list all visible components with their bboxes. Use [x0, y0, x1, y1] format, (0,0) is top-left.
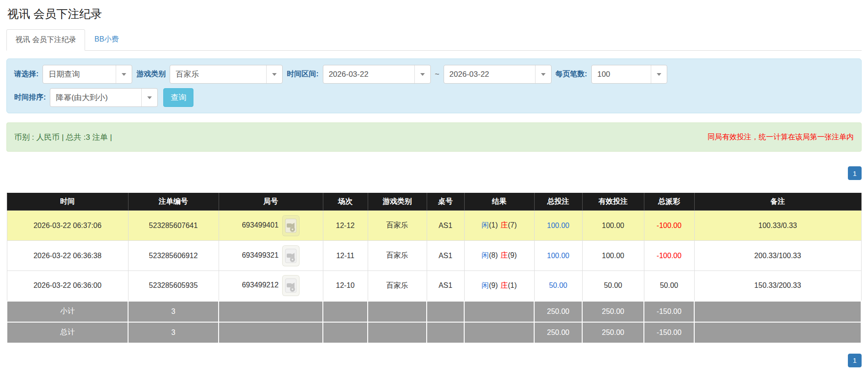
subtotal-note	[694, 301, 861, 322]
cell-valid-bet: 100.00	[582, 241, 644, 271]
cell-result: 闲(9)庄(1)	[464, 271, 534, 301]
search-button[interactable]: 查询	[163, 88, 193, 107]
game-type-label: 游戏类别	[136, 69, 166, 79]
query-type-label: 请选择:	[14, 69, 38, 79]
cell-table-no: AS1	[427, 211, 464, 241]
round-id-text: 693499212	[242, 281, 279, 289]
filter-row-1: 请选择: 日期查询 游戏类别 百家乐 时间区间: 2026-03-22 ~ 20…	[14, 65, 854, 84]
cell-time: 2026-03-22 06:36:38	[7, 241, 128, 271]
video-replay-icon[interactable]	[282, 245, 300, 266]
result-banker-count: (1)	[508, 281, 517, 289]
cell-result: 闲(8)庄(9)	[464, 241, 534, 271]
cell-total-bet[interactable]: 100.00	[534, 211, 582, 241]
subtotal-label: 小计	[7, 301, 128, 322]
cell-session: 12-11	[323, 241, 368, 271]
chevron-down-icon	[651, 65, 667, 83]
grand-total-payout: -150.00	[644, 322, 694, 343]
grand-total-valid-bet: 250.00	[582, 322, 644, 343]
chevron-down-icon	[141, 89, 157, 106]
filter-panel: 请选择: 日期查询 游戏类别 百家乐 时间区间: 2026-03-22 ~ 20…	[6, 58, 862, 113]
result-player-label: 闲	[482, 221, 489, 229]
grand-total-total-bet: 250.00	[534, 322, 582, 343]
cell-bet-id: 523285606912	[128, 241, 219, 271]
col-header-note: 备注	[694, 193, 861, 211]
col-header-round-id: 局号	[219, 193, 323, 211]
cell-table-no: AS1	[427, 271, 464, 301]
result-player-label: 闲	[482, 251, 489, 259]
cell-valid-bet: 100.00	[582, 211, 644, 241]
cell-total-bet[interactable]: 100.00	[534, 241, 582, 271]
result-banker-label: 庄	[501, 221, 508, 229]
subtotal-session	[323, 301, 368, 322]
page-size-select[interactable]: 100	[591, 65, 667, 84]
date-to-value: 2026-03-22	[444, 65, 535, 83]
subtotal-total-bet: 250.00	[534, 301, 582, 322]
chevron-down-icon	[535, 65, 551, 83]
round-id-text: 693499321	[242, 251, 279, 259]
cell-time: 2026-03-22 06:37:06	[7, 211, 128, 241]
cell-total-bet[interactable]: 50.00	[534, 271, 582, 301]
time-range-label: 时间区间:	[287, 69, 318, 79]
cell-round-id: 693499212	[219, 271, 323, 301]
grand-total-round	[219, 322, 323, 343]
col-header-table-no: 桌号	[427, 193, 464, 211]
col-header-game-type: 游戏类别	[368, 193, 427, 211]
filter-row-2: 时间排序: 降幂(由大到小) 查询	[14, 88, 854, 107]
date-to-select[interactable]: 2026-03-22	[444, 65, 552, 84]
subtotal-payout: -150.00	[644, 301, 694, 322]
col-header-bet-id: 注单编号	[128, 193, 219, 211]
cell-time: 2026-03-22 06:36:00	[7, 271, 128, 301]
grand-total-label: 总计	[7, 322, 128, 343]
date-range-separator: ~	[435, 70, 439, 79]
date-from-value: 2026-03-22	[323, 65, 414, 83]
col-header-session: 场次	[323, 193, 368, 211]
grand-total-result	[464, 322, 534, 343]
query-type-value: 日期查询	[43, 65, 116, 83]
chevron-down-icon	[116, 65, 132, 83]
tab-video-bet-records[interactable]: 视讯 会员下注纪录	[6, 29, 85, 51]
cell-game-type: 百家乐	[368, 241, 427, 271]
query-type-select[interactable]: 日期查询	[43, 65, 132, 84]
page-1-button[interactable]: 1	[848, 166, 862, 180]
bet-records-table: 时间 注单编号 局号 场次 游戏类别 桌号 结果 总投注 有效投注 总派彩 备注…	[6, 193, 862, 344]
game-type-select[interactable]: 百家乐	[170, 65, 283, 84]
subtotal-game-type	[368, 301, 427, 322]
page-size-label: 每页笔数:	[556, 69, 587, 79]
date-from-select[interactable]: 2026-03-22	[323, 65, 431, 84]
grand-total-session	[323, 322, 368, 343]
col-header-time: 时间	[7, 193, 128, 211]
subtotal-table-no	[427, 301, 464, 322]
tab-bar: 视讯 会员下注纪录 BB小费	[6, 29, 862, 51]
grand-total-table-no	[427, 322, 464, 343]
subtotal-row: 小计 3 250.00 250.00 -150.00	[7, 301, 861, 322]
chevron-down-icon	[266, 65, 282, 83]
result-banker-label: 庄	[501, 281, 508, 289]
result-player-count: (9)	[489, 281, 498, 289]
time-sort-label: 时间排序:	[14, 93, 46, 102]
cell-payout: -100.00	[644, 241, 694, 271]
cell-round-id: 693499401	[219, 211, 323, 241]
result-player-label: 闲	[482, 281, 489, 289]
chevron-down-icon	[414, 65, 430, 83]
cell-bet-id: 523285605935	[128, 271, 219, 301]
cell-payout: -100.00	[644, 211, 694, 241]
table-row: 2026-03-22 06:36:38 523285606912 6934993…	[7, 241, 861, 271]
subtotal-round	[219, 301, 323, 322]
video-replay-icon[interactable]	[282, 275, 300, 296]
page-1-button[interactable]: 1	[848, 354, 862, 367]
cell-game-type: 百家乐	[368, 271, 427, 301]
tab-bb-tip[interactable]: BB小费	[85, 29, 128, 50]
table-row: 2026-03-22 06:37:06 523285607641 6934994…	[7, 211, 861, 241]
cell-session: 12-12	[323, 211, 368, 241]
result-player-count: (1)	[489, 221, 498, 229]
cell-session: 12-10	[323, 271, 368, 301]
subtotal-count: 3	[128, 301, 219, 322]
game-type-value: 百家乐	[170, 65, 266, 83]
time-sort-select[interactable]: 降幂(由大到小)	[50, 88, 158, 107]
same-round-notice: 同局有效投注，统一计算在该局第一张注单内	[707, 132, 854, 142]
col-header-total-bet: 总投注	[534, 193, 582, 211]
video-replay-icon[interactable]	[282, 215, 300, 236]
result-banker-label: 庄	[501, 251, 508, 259]
col-header-valid-bet: 有效投注	[582, 193, 644, 211]
subtotal-result	[464, 301, 534, 322]
